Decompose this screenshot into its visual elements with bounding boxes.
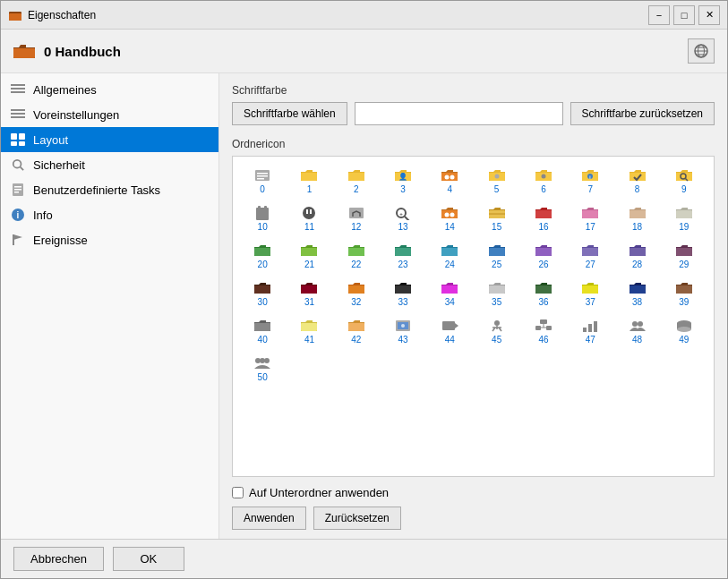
svg-rect-89 [676, 285, 692, 294]
icon-cell-35[interactable]: 35 [474, 277, 518, 311]
icon-cell-20[interactable]: 20 [240, 239, 285, 273]
icon-cell-42[interactable]: 42 [334, 314, 379, 348]
icon-cell-16[interactable]: 16 [521, 201, 566, 235]
icon-cell-27[interactable]: 27 [568, 239, 612, 273]
svg-rect-110 [588, 324, 592, 332]
icon-cell-14[interactable]: 14 [427, 201, 472, 235]
icon-cell-10[interactable]: 10 [240, 201, 285, 235]
sidebar-item-ereignisse[interactable]: Ereignisse [1, 227, 218, 252]
icon-cell-40[interactable]: 40 [240, 314, 285, 348]
icon-cell-28[interactable]: 28 [614, 239, 659, 273]
icon-cell-38[interactable]: 38 [614, 277, 659, 311]
sidebar-item-allgemeines[interactable]: Allgemeines [1, 77, 218, 102]
icon-cell-49[interactable]: 49 [662, 314, 707, 348]
svg-rect-82 [348, 285, 364, 294]
svg-rect-1 [9, 13, 21, 21]
schriftfarbe-zuruecksetzen-button[interactable]: Schriftfarbe zurücksetzen [570, 102, 715, 125]
icon-cell-15[interactable]: 15 [474, 201, 518, 235]
icon-cell-9[interactable]: 9 [662, 164, 707, 198]
svg-rect-13 [11, 113, 25, 115]
icon-cell-29[interactable]: 29 [662, 239, 707, 273]
svg-point-95 [401, 324, 405, 328]
globe-button[interactable] [688, 38, 715, 64]
sidebar-item-voreinstellungen[interactable]: Voreinstellungen [1, 102, 218, 127]
icon-cell-4[interactable]: 4 [427, 164, 472, 198]
icon-cell-43[interactable]: 43 [381, 314, 425, 348]
svg-rect-32 [257, 178, 264, 180]
right-panel: Schriftfarbe Schriftfarbe wählen Schrift… [219, 73, 727, 539]
icon-cell-19[interactable]: 19 [662, 201, 707, 235]
sidebar-item-info[interactable]: i Info [1, 202, 218, 227]
svg-rect-67 [582, 210, 598, 218]
list-icon [10, 81, 26, 98]
icon-cell-8[interactable]: 8 [614, 164, 659, 198]
icon-cell-17[interactable]: 17 [568, 201, 612, 235]
icon-cell-46[interactable]: 46 [521, 314, 566, 348]
svg-rect-90 [254, 323, 270, 331]
svg-text:+: + [399, 211, 403, 217]
icon-cell-6[interactable]: 6 [521, 164, 566, 198]
abbrechen-button[interactable]: Abbrechen [13, 547, 104, 571]
sidebar-item-layout[interactable]: Layout [1, 127, 218, 152]
icon-cell-25[interactable]: 25 [474, 239, 518, 273]
unterordner-checkbox[interactable] [232, 487, 244, 498]
schriftfarbe-label: Schriftfarbe [232, 84, 715, 97]
icon-cell-39[interactable]: 39 [662, 277, 707, 311]
icon-cell-12[interactable]: 12 [334, 201, 379, 235]
svg-rect-88 [630, 285, 646, 294]
sidebar-item-benutzerdefinierte-tasks[interactable]: Benutzerdefinierte Tasks [1, 177, 218, 202]
icon-cell-23[interactable]: 23 [381, 239, 425, 273]
svg-text:i: i [17, 210, 20, 220]
icon-cell-44[interactable]: 44 [427, 314, 472, 348]
schriftfarbe-waehlen-button[interactable]: Schriftfarbe wählen [232, 102, 347, 125]
svg-marker-97 [455, 323, 458, 328]
icon-cell-0[interactable]: 0 [240, 164, 285, 198]
icon-cell-11[interactable]: 11 [287, 201, 331, 235]
icon-cell-36[interactable]: 36 [521, 277, 566, 311]
icon-cell-26[interactable]: 26 [521, 239, 566, 273]
icon-cell-45[interactable]: 45 [474, 314, 518, 348]
svg-rect-85 [489, 285, 505, 294]
svg-rect-30 [257, 173, 268, 175]
svg-rect-84 [441, 285, 458, 294]
icon-cell-33[interactable]: 33 [381, 277, 425, 311]
icon-cell-50[interactable]: 50 [240, 352, 285, 386]
svg-rect-91 [301, 323, 317, 331]
icon-cell-30[interactable]: 30 [240, 277, 285, 311]
icon-cell-22[interactable]: 22 [334, 239, 379, 273]
icon-cell-21[interactable]: 21 [287, 239, 331, 273]
svg-rect-9 [11, 84, 25, 86]
zuruecksetzen-button[interactable]: Zurücksetzen [313, 507, 401, 530]
icon-cell-24[interactable]: 24 [427, 239, 472, 273]
icon-cell-2[interactable]: 2 [334, 164, 379, 198]
icon-cell-18[interactable]: 18 [614, 201, 659, 235]
main-title: 0 Handbuch [44, 44, 121, 59]
svg-rect-66 [535, 210, 552, 218]
icon-cell-37[interactable]: 37 [568, 277, 612, 311]
ok-button[interactable]: OK [113, 547, 184, 571]
icon-cell-3[interactable]: 👤 3 [381, 164, 425, 198]
sidebar-item-sicherheit[interactable]: Sicherheit [1, 152, 218, 177]
svg-rect-57 [349, 208, 364, 218]
icon-cell-48[interactable]: 48 [614, 314, 659, 348]
icon-cell-7[interactable]: i 7 [568, 164, 612, 198]
svg-rect-83 [395, 285, 411, 294]
icon-cell-41[interactable]: 41 [287, 314, 331, 348]
minimize-button[interactable]: − [648, 5, 670, 25]
svg-rect-78 [630, 248, 646, 256]
icon-cell-34[interactable]: 34 [427, 277, 472, 311]
svg-point-116 [677, 327, 691, 332]
icon-cell-5[interactable]: 5 [474, 164, 518, 198]
icon-cell-13[interactable]: + 13 [381, 201, 425, 235]
icon-cell-1[interactable]: 1 [287, 164, 331, 198]
anwenden-button[interactable]: Anwenden [232, 507, 306, 530]
icon-cell-47[interactable]: 47 [568, 314, 612, 348]
maximize-button[interactable]: □ [673, 5, 695, 25]
icon-cell-32[interactable]: 32 [334, 277, 379, 311]
svg-rect-22 [14, 186, 21, 188]
svg-rect-111 [594, 321, 597, 332]
close-button[interactable]: ✕ [698, 5, 720, 25]
icon-cell-31[interactable]: 31 [287, 277, 331, 311]
info-nav-icon: i [10, 207, 26, 223]
svg-rect-3 [13, 48, 35, 58]
